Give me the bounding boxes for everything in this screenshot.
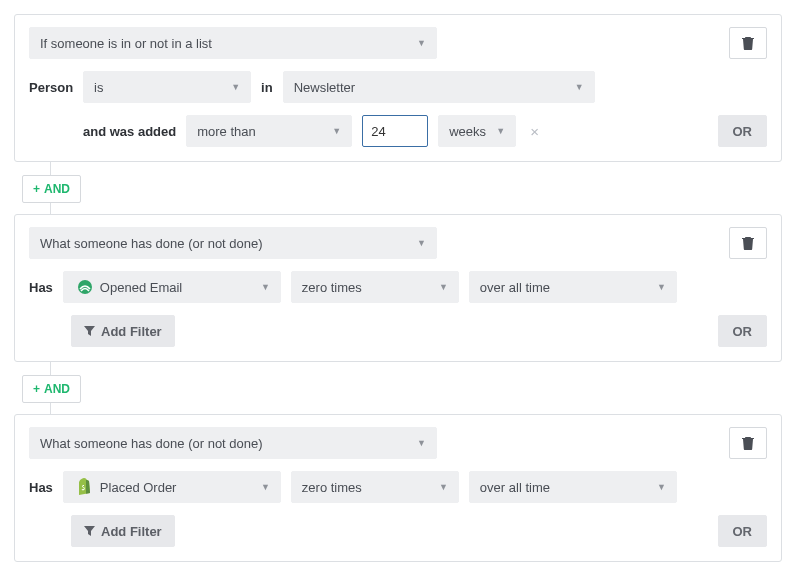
person-op-select[interactable]: is ▼ [83,71,251,103]
condition-type-select[interactable]: What someone has done (or not done) ▼ [29,427,437,459]
condition-type-label: What someone has done (or not done) [40,236,263,251]
condition-card-3: What someone has done (or not done) ▼ Ha… [14,414,782,562]
and-button[interactable]: + AND [22,175,81,203]
list-value: Newsletter [294,80,355,95]
chevron-down-icon: ▼ [407,438,426,448]
clear-button[interactable]: × [526,123,543,140]
connector: + AND [14,162,782,214]
and-label: AND [44,182,70,196]
has-label: Has [29,280,53,295]
unit-select[interactable]: weeks ▼ [438,115,516,147]
condition-type-label: If someone is in or not in a list [40,36,212,51]
unit-value: weeks [449,124,486,139]
comparator-select[interactable]: more than ▼ [186,115,352,147]
add-filter-label: Add Filter [101,524,162,539]
condition-card-1: If someone is in or not in a list ▼ Pers… [14,14,782,162]
added-label: and was added [83,124,176,139]
number-input[interactable] [362,115,428,147]
has-label: Has [29,480,53,495]
add-filter-button[interactable]: Add Filter [71,515,175,547]
condition-card-2: What someone has done (or not done) ▼ Ha… [14,214,782,362]
chevron-down-icon: ▼ [251,482,270,492]
trash-icon [742,36,754,50]
filter-icon [84,526,95,537]
or-button[interactable]: OR [718,115,768,147]
condition-type-label: What someone has done (or not done) [40,436,263,451]
timeframe-select[interactable]: over all time ▼ [469,271,677,303]
or-button[interactable]: OR [718,315,768,347]
close-icon: × [530,123,539,140]
chevron-down-icon: ▼ [647,282,666,292]
or-button[interactable]: OR [718,515,768,547]
connector: + AND [14,362,782,414]
svg-point-0 [78,280,92,294]
count-select[interactable]: zero times ▼ [291,271,459,303]
or-label: OR [733,524,753,539]
event-select[interactable]: Placed Order ▼ [63,471,281,503]
and-label: AND [44,382,70,396]
chevron-down-icon: ▼ [221,82,240,92]
shopify-icon [74,476,96,498]
delete-button[interactable] [729,427,767,459]
chevron-down-icon: ▼ [647,482,666,492]
event-value: Opened Email [100,280,182,295]
delete-button[interactable] [729,227,767,259]
timeframe-value: over all time [480,480,550,495]
filter-icon [84,326,95,337]
chevron-down-icon: ▼ [251,282,270,292]
plus-icon: + [33,182,40,196]
timeframe-select[interactable]: over all time ▼ [469,471,677,503]
chevron-down-icon: ▼ [486,126,505,136]
in-label: in [261,80,273,95]
chevron-down-icon: ▼ [407,238,426,248]
event-select[interactable]: Opened Email ▼ [63,271,281,303]
add-filter-button[interactable]: Add Filter [71,315,175,347]
chevron-down-icon: ▼ [565,82,584,92]
person-op-value: is [94,80,103,95]
timeframe-value: over all time [480,280,550,295]
klaviyo-icon [74,276,96,298]
chevron-down-icon: ▼ [429,482,448,492]
condition-type-select[interactable]: If someone is in or not in a list ▼ [29,27,437,59]
or-label: OR [733,324,753,339]
comparator-value: more than [197,124,256,139]
condition-type-select[interactable]: What someone has done (or not done) ▼ [29,227,437,259]
plus-icon: + [33,382,40,396]
chevron-down-icon: ▼ [429,282,448,292]
list-select[interactable]: Newsletter ▼ [283,71,595,103]
trash-icon [742,236,754,250]
event-value: Placed Order [100,480,177,495]
count-select[interactable]: zero times ▼ [291,471,459,503]
trash-icon [742,436,754,450]
person-label: Person [29,80,73,95]
count-value: zero times [302,480,362,495]
or-label: OR [733,124,753,139]
add-filter-label: Add Filter [101,324,162,339]
and-button[interactable]: + AND [22,375,81,403]
chevron-down-icon: ▼ [407,38,426,48]
count-value: zero times [302,280,362,295]
delete-button[interactable] [729,27,767,59]
chevron-down-icon: ▼ [322,126,341,136]
